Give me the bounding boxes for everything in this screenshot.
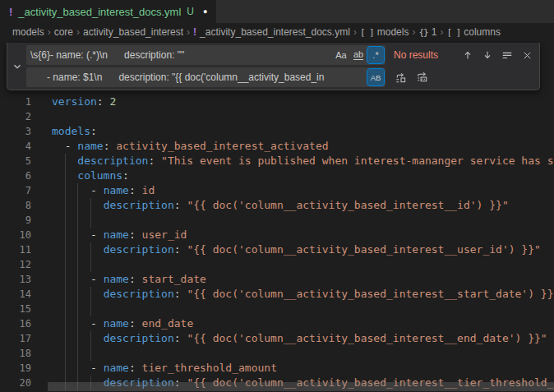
code-line[interactable]: 3models: bbox=[0, 124, 554, 139]
code-line[interactable]: 7 - name: id bbox=[0, 183, 554, 198]
preserve-case-toggle[interactable]: AB bbox=[367, 69, 384, 85]
code-line[interactable]: 2 bbox=[0, 109, 554, 124]
line-number[interactable]: 8 bbox=[0, 198, 31, 213]
line-number[interactable]: 14 bbox=[0, 287, 31, 302]
line-number[interactable]: 11 bbox=[0, 242, 31, 257]
line-number[interactable]: 18 bbox=[0, 346, 31, 361]
whole-word-toggle[interactable]: ab bbox=[350, 47, 367, 63]
code-token: "{{ doc('column__activity_based_interest… bbox=[187, 288, 554, 300]
line-content[interactable]: - name: id bbox=[52, 183, 155, 198]
editor-tab[interactable]: ! _activity_based_interest_docs.yml U ● bbox=[0, 0, 216, 23]
editor-pane[interactable]: \s{6}- name: (.*)\n description: "" Aa a… bbox=[0, 41, 554, 392]
indent-guide bbox=[65, 287, 66, 302]
find-query-text: \s{6}- name: (.*)\n description: "" bbox=[30, 49, 332, 61]
line-number[interactable]: 3 bbox=[0, 124, 31, 139]
previous-match-button[interactable] bbox=[459, 47, 476, 63]
yaml-file-icon: ! bbox=[193, 26, 196, 38]
breadcrumb-label: columns bbox=[464, 26, 501, 38]
find-input[interactable]: \s{6}- name: (.*)\n description: "" Aa a… bbox=[26, 45, 385, 65]
modified-dot-icon[interactable]: ● bbox=[203, 7, 207, 16]
code-line[interactable]: 8 description: "{{ doc('column__activity… bbox=[0, 198, 554, 213]
line-number[interactable]: 6 bbox=[0, 168, 31, 183]
line-content[interactable]: description: "{{ doc('column__activity_b… bbox=[52, 287, 554, 302]
line-content[interactable]: description: "{{ doc('column__activity_b… bbox=[52, 198, 509, 213]
indent-guide bbox=[77, 316, 78, 331]
code-token: : bbox=[90, 125, 97, 137]
line-number[interactable]: 20 bbox=[0, 376, 31, 390]
breadcrumb-item[interactable]: {}1 bbox=[418, 26, 436, 38]
line-content[interactable]: columns: bbox=[52, 168, 129, 183]
whole-word-label: ab bbox=[353, 50, 363, 60]
indent-guide bbox=[65, 168, 66, 183]
line-content[interactable]: - name: user_id bbox=[52, 228, 187, 242]
yaml-file-icon: ! bbox=[9, 6, 12, 18]
code-line[interactable]: 19 - name: tier_threshold_amount bbox=[0, 361, 554, 376]
code-line[interactable]: 18 bbox=[0, 346, 554, 361]
replace-button[interactable] bbox=[392, 69, 409, 85]
match-case-toggle[interactable]: Aa bbox=[333, 47, 349, 63]
code-line[interactable]: 11 description: "{{ doc('column__activit… bbox=[0, 242, 554, 257]
breadcrumb-item[interactable]: core bbox=[54, 26, 73, 38]
line-content[interactable]: version: 2 bbox=[52, 95, 116, 109]
line-content[interactable]: - name: end_date bbox=[52, 316, 193, 331]
code-line[interactable]: 4 - name: activity_based_interest_activa… bbox=[0, 139, 554, 154]
breadcrumb-item[interactable]: activity_based_interest bbox=[83, 26, 183, 38]
selection-lines-icon bbox=[501, 49, 513, 61]
symbol-array-icon: [ ] bbox=[360, 27, 374, 38]
line-number[interactable]: 9 bbox=[0, 213, 31, 228]
line-content[interactable]: description: "{{ doc('column__activity_b… bbox=[52, 331, 547, 346]
line-content[interactable]: - name: start_date bbox=[52, 272, 206, 287]
code-token: "{{ doc('column__activity_based_interest… bbox=[187, 199, 508, 211]
line-number[interactable]: 19 bbox=[0, 361, 31, 376]
code-line[interactable]: 5 description: "This event is published … bbox=[0, 154, 554, 168]
code-line[interactable]: 14 description: "{{ doc('column__activit… bbox=[0, 287, 554, 302]
line-number[interactable]: 13 bbox=[0, 272, 31, 287]
indent-guide bbox=[90, 287, 91, 302]
breadcrumb-item[interactable]: [ ]columns bbox=[446, 26, 501, 38]
line-number[interactable]: 1 bbox=[0, 95, 31, 109]
toggle-replace-button[interactable] bbox=[7, 45, 26, 87]
code-line[interactable]: 6 columns: bbox=[0, 168, 554, 183]
close-find-widget-button[interactable] bbox=[519, 47, 535, 63]
code-token: : bbox=[122, 169, 129, 182]
line-content[interactable]: description: "{{ doc('column__activity_b… bbox=[52, 242, 541, 257]
line-content[interactable]: models: bbox=[52, 124, 97, 139]
code-token: tier_threshold_amount bbox=[142, 362, 277, 374]
code-line[interactable]: 17 description: "{{ doc('column__activit… bbox=[0, 331, 554, 346]
line-number[interactable]: 2 bbox=[0, 109, 31, 124]
line-number[interactable]: 4 bbox=[0, 139, 31, 154]
line-number[interactable]: 15 bbox=[0, 302, 31, 316]
regex-toggle[interactable]: .* bbox=[367, 47, 384, 63]
breadcrumb-item[interactable]: models bbox=[12, 26, 44, 38]
replace-all-button[interactable] bbox=[413, 69, 430, 85]
breadcrumb-item[interactable]: [ ]models bbox=[360, 26, 409, 38]
line-number[interactable]: 17 bbox=[0, 331, 31, 346]
code-line[interactable]: 10 - name: user_id bbox=[0, 228, 554, 242]
line-content[interactable]: - name: activity_based_interest_activate… bbox=[52, 139, 329, 154]
line-number[interactable]: 12 bbox=[0, 257, 31, 272]
code-line[interactable]: 13 - name: start_date bbox=[0, 272, 554, 287]
code-area[interactable]: 1version: 223models:4 - name: activity_b… bbox=[0, 41, 554, 390]
next-match-button[interactable] bbox=[479, 47, 496, 63]
line-number[interactable]: 10 bbox=[0, 228, 31, 242]
breadcrumb-item[interactable]: !_activity_based_interest_docs.yml bbox=[193, 26, 350, 38]
code-line[interactable]: 16 - name: end_date bbox=[0, 316, 554, 331]
find-in-selection-button[interactable] bbox=[499, 47, 515, 63]
horizontal-scrollbar[interactable] bbox=[48, 382, 554, 391]
git-untracked-badge: U bbox=[187, 6, 194, 17]
line-number[interactable]: 5 bbox=[0, 154, 31, 168]
vscode-window: ! _activity_based_interest_docs.yml U ● … bbox=[0, 0, 554, 392]
line-content[interactable]: - name: tier_threshold_amount bbox=[52, 361, 277, 376]
code-token: "This event is published when interest-m… bbox=[161, 154, 554, 167]
code-line[interactable]: 12 bbox=[0, 257, 554, 272]
line-number[interactable]: 16 bbox=[0, 316, 31, 331]
code-token: : bbox=[129, 317, 142, 330]
code-line[interactable]: 9 bbox=[0, 213, 554, 228]
line-number[interactable]: 7 bbox=[0, 183, 31, 198]
code-line[interactable]: 1version: 2 bbox=[0, 95, 554, 109]
indent-guide bbox=[77, 346, 78, 361]
replace-input[interactable]: - name: $1\n description: "{{ doc('colum… bbox=[26, 67, 385, 87]
code-line[interactable]: 15 bbox=[0, 302, 554, 316]
line-content[interactable]: description: "This event is published wh… bbox=[52, 154, 554, 168]
replace-value-text: - name: $1\n description: "{{ doc('colum… bbox=[30, 71, 367, 83]
